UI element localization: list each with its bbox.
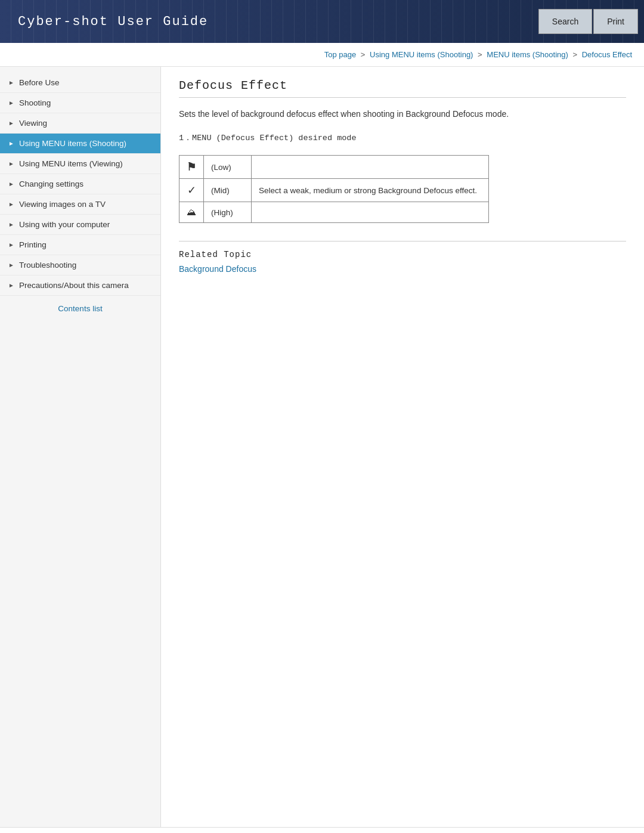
defocus-effect-table: ⚑ (Low) ✓ (Mid) Select a weak, medium or…	[179, 155, 489, 223]
sidebar-item-using-menu-viewing[interactable]: ► Using MENU items (Viewing)	[0, 154, 160, 174]
sidebar-item-using-computer[interactable]: ► Using with your computer	[0, 215, 160, 235]
arrow-icon-10: ►	[8, 282, 14, 289]
low-desc-cell	[252, 156, 489, 179]
sidebar-label-0: Before Use	[19, 78, 60, 87]
breadcrumb-link-1[interactable]: Using MENU items (Shooting)	[370, 50, 473, 59]
low-flag-icon: ⚑	[187, 161, 196, 173]
arrow-icon-9: ►	[8, 262, 14, 268]
sidebar-item-shooting[interactable]: ► Shooting	[0, 93, 160, 113]
sidebar-label-9: Troubleshooting	[19, 261, 76, 270]
breadcrumb-link-2[interactable]: MENU items (Shooting)	[487, 50, 568, 59]
breadcrumb-sep-2: >	[572, 50, 579, 59]
sidebar-label-6: Viewing images on a TV	[19, 200, 106, 209]
sidebar-item-viewing[interactable]: ► Viewing	[0, 113, 160, 134]
sidebar-label-7: Using with your computer	[19, 220, 110, 229]
arrow-icon-8: ►	[8, 241, 14, 248]
sidebar-item-viewing-tv[interactable]: ► Viewing images on a TV	[0, 194, 160, 215]
related-topic-section: Related Topic Background Defocus	[179, 241, 626, 274]
breadcrumb: Top page > Using MENU items (Shooting) >…	[0, 43, 644, 67]
page-title: Defocus Effect	[179, 79, 626, 98]
step-instruction: 1．MENU (Defocus Effect) desired mode	[179, 132, 626, 143]
high-desc-cell	[252, 202, 489, 223]
breadcrumb-sep-0: >	[361, 50, 367, 59]
site-title: Cyber-shot User Guide	[0, 0, 226, 43]
sidebar-label-1: Shooting	[19, 98, 51, 107]
low-label-cell: (Low)	[204, 156, 252, 179]
high-mountain-icon: ⛰	[187, 207, 196, 217]
mid-label-cell: (Mid)	[204, 179, 252, 202]
sidebar-item-printing[interactable]: ► Printing	[0, 235, 160, 255]
sidebar-label-5: Changing settings	[19, 179, 83, 188]
high-label-cell: (High)	[204, 202, 252, 223]
high-label: (High)	[211, 208, 233, 217]
print-button[interactable]: Print	[593, 9, 638, 34]
arrow-icon-7: ►	[8, 221, 14, 228]
mid-label: (Mid)	[211, 186, 230, 195]
table-row-high: ⛰ (High)	[179, 202, 489, 223]
arrow-icon-1: ►	[8, 100, 14, 106]
page-layout: ► Before Use ► Shooting ► Viewing ► Usin…	[0, 67, 644, 827]
mid-icon-cell: ✓	[179, 179, 204, 202]
arrow-icon-0: ►	[8, 79, 14, 86]
low-icon-cell: ⚑	[179, 156, 204, 179]
breadcrumb-sep-1: >	[478, 50, 484, 59]
breadcrumb-link-0[interactable]: Top page	[324, 50, 357, 59]
arrow-icon-6: ►	[8, 201, 14, 208]
sidebar-item-changing-settings[interactable]: ► Changing settings	[0, 174, 160, 194]
contents-list-link[interactable]: Contents list	[0, 296, 160, 321]
arrow-icon-2: ►	[8, 120, 14, 126]
sidebar-item-precautions[interactable]: ► Precautions/About this camera	[0, 275, 160, 296]
header-buttons: Search Print	[538, 0, 644, 43]
sidebar-label-10: Precautions/About this camera	[19, 281, 129, 290]
main-content: Defocus Effect Sets the level of backgro…	[161, 67, 644, 827]
breadcrumb-link-3[interactable]: Defocus Effect	[582, 50, 632, 59]
sidebar-item-using-menu-shooting[interactable]: ► Using MENU items (Shooting)	[0, 134, 160, 154]
sidebar-label-3: Using MENU items (Shooting)	[19, 139, 126, 148]
main-description: Sets the level of background defocus eff…	[179, 107, 626, 120]
arrow-icon-4: ►	[8, 160, 14, 167]
search-button[interactable]: Search	[538, 9, 592, 34]
sidebar-label-2: Viewing	[19, 119, 47, 128]
sidebar-label-8: Printing	[19, 240, 47, 249]
mid-desc-cell: Select a weak, medium or strong Backgrou…	[252, 179, 489, 202]
table-row-mid: ✓ (Mid) Select a weak, medium or strong …	[179, 179, 489, 202]
arrow-icon-5: ►	[8, 181, 14, 187]
sidebar-item-troubleshooting[interactable]: ► Troubleshooting	[0, 255, 160, 275]
sidebar: ► Before Use ► Shooting ► Viewing ► Usin…	[0, 67, 161, 827]
sidebar-item-before-use[interactable]: ► Before Use	[0, 73, 160, 93]
back-to-top-bar: ▲ Back to top	[0, 827, 644, 833]
checkmark-icon: ✓	[187, 184, 196, 196]
table-row-low: ⚑ (Low)	[179, 156, 489, 179]
arrow-icon-3: ►	[8, 140, 14, 147]
page-header: Cyber-shot User Guide Search Print	[0, 0, 644, 43]
high-icon-cell: ⛰	[179, 202, 204, 223]
background-defocus-link[interactable]: Background Defocus	[179, 264, 256, 274]
sidebar-label-4: Using MENU items (Viewing)	[19, 159, 123, 168]
low-label: (Low)	[211, 163, 231, 172]
related-topic-title: Related Topic	[179, 250, 626, 259]
